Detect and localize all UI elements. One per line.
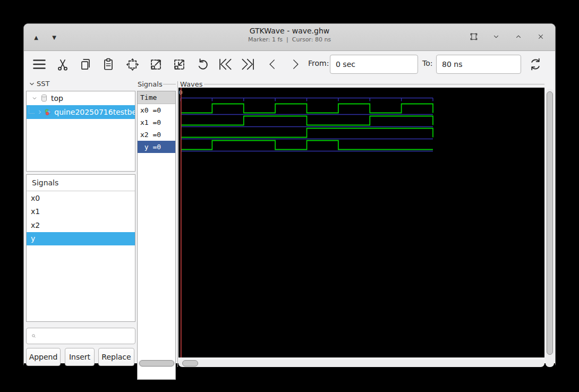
fullscreen-button[interactable]: [467, 30, 481, 44]
tree-guide-line: [29, 107, 35, 114]
reload-button[interactable]: [525, 53, 546, 75]
scissors-icon: [56, 57, 70, 71]
signal-item-x0[interactable]: x0: [27, 191, 135, 205]
name-row-x0[interactable]: x0 =0: [138, 104, 175, 116]
signal-browser-panel[interactable]: Signals x0 x1 x2 y: [26, 174, 135, 322]
menu-button[interactable]: [29, 53, 49, 75]
zoom-in-icon: [149, 57, 163, 72]
titlebar-arrow-down-button[interactable]: ▼: [47, 30, 61, 44]
names-panel-label: Signals: [138, 80, 163, 88]
zoom-fit-button[interactable]: [122, 53, 142, 75]
wave-hscrollbar-thumb[interactable]: [182, 360, 198, 367]
titlebar-left-buttons: ▲ ▼: [29, 30, 61, 44]
module-icon: [44, 107, 52, 117]
replace-button[interactable]: Replace: [98, 348, 134, 366]
sst-expander-icon[interactable]: [28, 80, 36, 88]
clipboard-paste-icon: [101, 57, 115, 71]
signal-item-label: x1: [31, 207, 40, 216]
prev-edge-button[interactable]: [262, 53, 283, 75]
signal-item-y[interactable]: y: [27, 232, 135, 246]
copy-button[interactable]: [75, 53, 96, 75]
signal-browser-header[interactable]: Signals: [27, 175, 135, 191]
name-row-x1[interactable]: x1 =0: [138, 116, 175, 129]
maximize-button[interactable]: [512, 30, 525, 44]
copy-icon: [79, 57, 92, 71]
chevron-up-icon: [514, 32, 523, 41]
signal-item-label: x2: [31, 221, 40, 229]
tree-item-label: quine20250716testbench: [54, 108, 135, 116]
wave-canvas[interactable]: 0: [178, 88, 544, 357]
undo-button[interactable]: [192, 53, 212, 75]
zoom-out-icon: [172, 57, 186, 72]
chevron-right-icon[interactable]: [36, 109, 44, 115]
search-input[interactable]: [39, 328, 135, 344]
signal-item-x2[interactable]: x2: [27, 218, 135, 232]
skip-to-end-icon: [240, 56, 256, 72]
sst-frame-header: SST: [28, 80, 49, 88]
names-hscrollbar-track[interactable]: [138, 360, 175, 367]
time-column-header[interactable]: Time: [138, 91, 175, 104]
name-row-x2[interactable]: x2 =0: [138, 129, 175, 141]
waves-panel-label: Waves: [180, 80, 202, 88]
signal-item-x1[interactable]: x1: [27, 205, 135, 219]
desktop: { "titlebar": { "title": "GTKWave - wave…: [0, 0, 579, 392]
wave-vscrollbar-track[interactable]: [546, 89, 554, 367]
go-to-end-button[interactable]: [238, 53, 258, 75]
sst-label: SST: [37, 80, 49, 88]
chevron-down-icon[interactable]: [30, 95, 39, 101]
from-field[interactable]: [330, 55, 418, 74]
insert-button[interactable]: Insert: [65, 348, 95, 366]
tree-item-testbench[interactable]: quine20250716testbench: [27, 105, 135, 119]
signal-item-label: y: [31, 234, 35, 243]
cut-button[interactable]: [53, 53, 73, 75]
chevron-left-icon: [266, 57, 279, 71]
titlebar[interactable]: ▲ ▼ GTKWave - wave.ghw Marker: 1 fs | Cu…: [24, 24, 555, 51]
zoom-in-button[interactable]: [146, 53, 166, 75]
append-button[interactable]: Append: [26, 348, 61, 366]
signal-search-box[interactable]: [26, 328, 135, 344]
name-row-y[interactable]: y =0: [138, 141, 175, 153]
fullscreen-icon: [469, 32, 479, 41]
sst-tree-panel[interactable]: top quine20250716testbench: [26, 91, 135, 172]
triangle-down-icon: ▼: [52, 35, 56, 40]
tree-item-top[interactable]: top: [27, 91, 135, 105]
zoom-out-button[interactable]: [169, 53, 189, 75]
paste-button[interactable]: [98, 53, 118, 75]
frame-line: [163, 84, 176, 84]
chevron-right-icon: [288, 57, 302, 71]
skip-to-start-icon: [217, 56, 233, 72]
to-label: To:: [422, 59, 432, 67]
titlebar-right-buttons: [467, 30, 548, 44]
hamburger-menu-icon: [31, 57, 48, 72]
next-edge-button[interactable]: [285, 53, 305, 75]
close-icon: [536, 32, 546, 41]
triangle-up-icon: ▲: [34, 35, 38, 40]
zoom-fit-icon: [125, 57, 140, 72]
names-panel[interactable]: Time x0 =0 x1 =0 x2 =0 y =0: [137, 91, 176, 380]
to-field[interactable]: [436, 55, 521, 74]
reload-icon: [528, 57, 543, 72]
wave-hscrollbar-track[interactable]: [178, 360, 544, 367]
undo-icon: [195, 57, 209, 72]
gtkwave-window: ▲ ▼ GTKWave - wave.ghw Marker: 1 fs | Cu…: [23, 23, 556, 366]
tree-item-label: top: [51, 94, 63, 103]
panel-splitter[interactable]: [177, 81, 178, 367]
chevron-down-icon: [491, 32, 501, 41]
signal-item-label: x0: [31, 194, 40, 202]
titlebar-arrow-up-button[interactable]: ▲: [29, 30, 43, 44]
names-hscrollbar-thumb[interactable]: [139, 360, 174, 367]
go-to-start-button[interactable]: [215, 53, 235, 75]
wave-vscrollbar-thumb[interactable]: [547, 91, 553, 355]
close-button[interactable]: [534, 30, 548, 44]
from-label: From:: [308, 59, 329, 67]
wave-svg: 0: [178, 88, 544, 357]
database-icon: [39, 93, 49, 103]
minimize-button[interactable]: [489, 30, 503, 44]
frame-line: [204, 84, 544, 84]
search-icon: [31, 331, 36, 340]
